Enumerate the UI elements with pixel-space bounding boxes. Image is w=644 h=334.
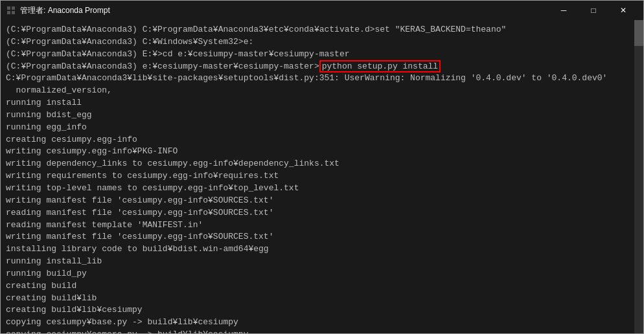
terminal-line: writing top-level names to cesiumpy.egg-… [6, 183, 638, 195]
terminal-line: creating build [6, 280, 638, 293]
maximize-button[interactable]: □ [579, 1, 608, 20]
terminal-line: creating build¥lib¥cesiumpy [6, 304, 638, 317]
terminal-line: normalized_version, [6, 85, 638, 97]
terminal-line: installing library code to build¥bdist.w… [6, 243, 638, 256]
terminal-line: reading manifest template 'MANIFEST.in' [6, 219, 638, 232]
terminal-line: C:¥ProgramData¥Anaconda3¥lib¥site-packag… [6, 72, 638, 85]
svg-rect-3 [12, 11, 15, 14]
terminal-line: copying cesiumpy¥base.py -> build¥lib¥ce… [6, 317, 638, 329]
minimize-button[interactable]: ─ [549, 1, 579, 20]
svg-rect-2 [7, 11, 10, 14]
terminal-line: creating build¥lib [6, 293, 638, 305]
svg-rect-1 [12, 6, 15, 10]
highlighted-command: python setup.py install [319, 60, 441, 72]
terminal-line: reading manifest file 'cesiumpy.egg-info… [6, 207, 638, 219]
terminal-line: (C:¥ProgramData¥Anaconda3) E:¥>cd e:¥ces… [6, 49, 638, 61]
titlebar: 管理者: Anaconda Prompt ─ □ ✕ [1, 1, 643, 20]
terminal-line: creating cesiumpy.egg-info [6, 134, 638, 146]
terminal-line: running build_py [6, 268, 638, 280]
scrollbar[interactable] [634, 20, 643, 333]
titlebar-controls: ─ □ ✕ [549, 1, 638, 20]
window-title: 管理者: Anaconda Prompt [20, 5, 110, 16]
terminal-line: writing manifest file 'cesiumpy.egg-info… [6, 195, 638, 207]
terminal-line: (C:¥ProgramData¥Anaconda3) C:¥Windows¥Sy… [6, 36, 638, 49]
terminal-body: (C:¥ProgramData¥Anaconda3) C:¥ProgramDat… [1, 20, 643, 333]
terminal-line: running egg_info [6, 122, 638, 134]
close-button[interactable]: ✕ [608, 1, 638, 20]
terminal-line: copying cesiumpy¥camera.py -> build¥lib¥… [6, 329, 638, 333]
terminal-line: running install_lib [6, 256, 638, 268]
titlebar-left: 管理者: Anaconda Prompt [6, 5, 110, 16]
terminal-line: writing cesiumpy.egg-info¥PKG-INFO [6, 146, 638, 158]
terminal-content: (C:¥ProgramData¥Anaconda3) C:¥ProgramDat… [6, 24, 638, 333]
terminal-line: running install [6, 97, 638, 109]
terminal-line: (C:¥ProgramData¥Anaconda3) e:¥cesiumpy-m… [6, 61, 638, 73]
scrollbar-thumb[interactable] [634, 20, 643, 46]
terminal-line: (C:¥ProgramData¥Anaconda3) C:¥ProgramDat… [6, 24, 638, 36]
terminal-line: running bdist_egg [6, 109, 638, 122]
window: 管理者: Anaconda Prompt ─ □ ✕ (C:¥ProgramDa… [0, 0, 644, 334]
terminal-line: writing requirements to cesiumpy.egg-inf… [6, 170, 638, 183]
terminal-line: writing manifest file 'cesiumpy.egg-info… [6, 231, 638, 243]
app-icon [6, 5, 16, 16]
svg-rect-0 [7, 6, 10, 10]
terminal-line: writing dependency_links to cesiumpy.egg… [6, 158, 638, 170]
